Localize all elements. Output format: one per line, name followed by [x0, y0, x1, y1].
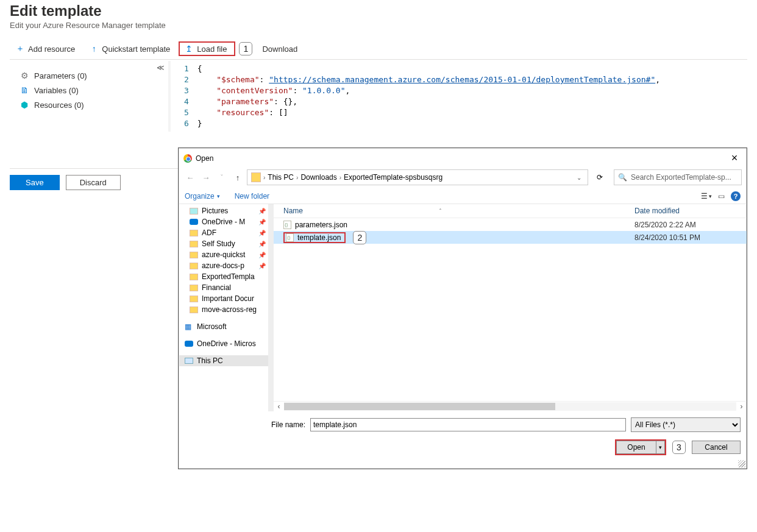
code-lines[interactable]: { "$schema": "https://schema.management.… [197, 63, 747, 129]
quickstart-template-button[interactable]: ↑ Quickstart template [84, 41, 176, 56]
sidebar-item-parameters[interactable]: ⚙ Parameters (0) [10, 68, 168, 83]
refresh-icon[interactable]: ⟳ [591, 169, 609, 185]
plus-icon: ＋ [16, 43, 24, 54]
organize-menu[interactable]: Organize▾ [185, 192, 220, 196]
close-icon[interactable]: × [727, 152, 742, 165]
load-file-button[interactable]: ↥ Load file [179, 41, 235, 56]
breadcrumb[interactable]: › This PC › Downloads › ExportedTemplate… [247, 169, 588, 185]
nav-recent-icon[interactable]: ˇ [215, 171, 229, 184]
nav-up-icon[interactable]: ↑ [231, 171, 244, 184]
view-details-icon[interactable]: ☰▾ [701, 192, 712, 196]
save-button[interactable]: Save [10, 175, 60, 190]
new-folder-button[interactable]: New folder [235, 192, 269, 196]
template-toolbar: ＋ Add resource ↑ Quickstart template ↥ L… [10, 38, 747, 60]
sidebar-item-variables[interactable]: 🗎 Variables (0) [10, 83, 168, 98]
file-open-dialog: Open × ← → ˇ ↑ › This PC › Downloads › E… [178, 147, 747, 196]
cube-icon: ⬢ [20, 100, 29, 110]
callout-1: 1 [239, 42, 252, 55]
page-header: Edit template Edit your Azure Resource M… [10, 0, 747, 38]
sidebar-item-resources[interactable]: ⬢ Resources (0) [10, 98, 168, 112]
nav-forward-icon: → [199, 171, 213, 184]
document-icon: 🗎 [20, 85, 29, 95]
folder-icon [251, 172, 261, 182]
dialog-title: Open [196, 154, 213, 163]
template-sidebar: ≪ ⚙ Parameters (0) 🗎 Variables (0) ⬢ Res… [10, 61, 168, 132]
gear-icon: ⚙ [20, 71, 29, 80]
breadcrumb-dropdown-icon[interactable]: ⌄ [577, 174, 581, 181]
nav-back-icon[interactable]: ← [183, 171, 197, 184]
line-gutter: 1 2 3 4 5 6 [171, 63, 197, 129]
add-resource-button[interactable]: ＋ Add resource [10, 41, 81, 57]
upload-icon: ↥ [185, 44, 193, 54]
chrome-icon [183, 154, 192, 163]
arrow-up-icon: ↑ [90, 44, 98, 54]
help-icon[interactable]: ? [731, 191, 741, 196]
page-title: Edit template [10, 2, 747, 20]
search-input[interactable]: 🔍 Search ExportedTemplate-sp... [614, 169, 742, 185]
page-subtitle: Edit your Azure Resource Manager templat… [10, 21, 747, 30]
code-editor[interactable]: 1 2 3 4 5 6 { "$schema": "https://schema… [168, 61, 747, 132]
collapse-sidebar-icon[interactable]: ≪ [157, 63, 165, 72]
discard-button[interactable]: Discard [66, 175, 121, 190]
download-button[interactable]: Download [256, 42, 304, 56]
search-icon: 🔍 [618, 173, 627, 182]
preview-pane-icon[interactable]: ▭ [718, 192, 725, 196]
